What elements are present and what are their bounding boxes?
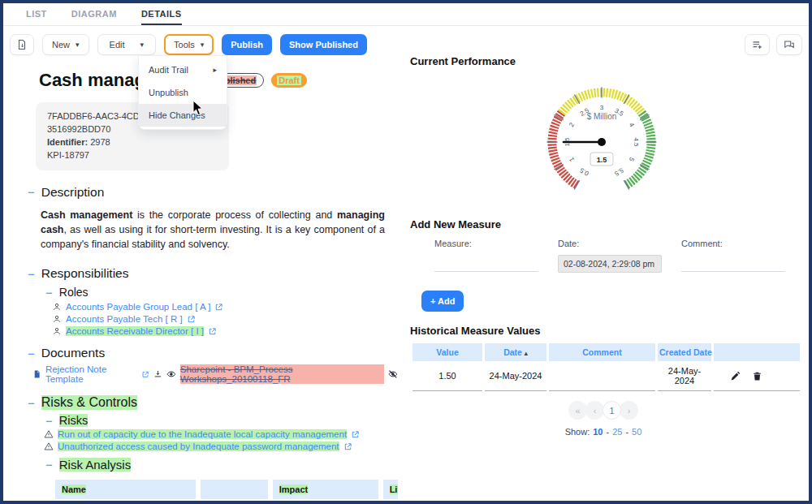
warning-icon	[44, 429, 54, 439]
role-link[interactable]: Accounts Receivable Director [ I ]	[66, 326, 204, 336]
export-document-button[interactable]	[10, 34, 34, 55]
external-link-icon[interactable]	[141, 370, 149, 379]
pagination-page-1[interactable]: 1	[603, 401, 621, 420]
pagination-first-button[interactable]: «	[568, 401, 587, 420]
date-field: Date: 02-08-2024, 2:29:08 pm	[558, 239, 662, 273]
roles-list: Accounts Payable Group Lead [ A ] Accoun…	[52, 302, 398, 336]
person-icon	[52, 326, 62, 336]
tools-dropdown-menu: Audit Trail ▸ Unpublish Hide Changes	[138, 55, 227, 130]
description-text: Cash management is the corporate process…	[41, 208, 385, 252]
tools-button[interactable]: Tools ▾	[164, 34, 214, 55]
svg-text:0.5: 0.5	[578, 166, 590, 178]
eye-off-icon[interactable]	[388, 369, 398, 379]
pagination-next-button[interactable]: ›	[620, 401, 638, 420]
section-risks: − Risks	[45, 414, 398, 427]
measure-input[interactable]	[434, 256, 538, 272]
risk-analysis-table: Name Impact Likelihood Run out of capaci…	[50, 480, 398, 504]
role-link[interactable]: Accounts Payable Tech [ R ]	[66, 314, 183, 324]
show-option-50[interactable]: 50	[632, 427, 641, 437]
section-responsibilities: − Responsibilities	[28, 266, 398, 281]
submenu-arrow-icon: ▸	[213, 66, 217, 74]
new-button[interactable]: New ▾	[42, 34, 89, 55]
col-created-date[interactable]: Created Date	[658, 343, 711, 361]
tab-details[interactable]: DETAILS	[141, 3, 182, 25]
collapse-icon[interactable]: −	[28, 186, 35, 198]
publish-button[interactable]: Publish	[222, 34, 272, 55]
details-panel: Cash management Published Draft 7FADDBF6…	[28, 70, 398, 504]
download-icon[interactable]	[153, 369, 162, 379]
status-badge-draft: Draft	[271, 73, 307, 88]
document-link-removed[interactable]: Sharepoint - BPM_Process Workshops_20100…	[180, 364, 384, 384]
file-icon	[32, 369, 41, 379]
cell-comment	[549, 361, 655, 391]
show-separator: -	[625, 427, 628, 437]
collapse-icon[interactable]: −	[28, 347, 35, 360]
col-likelihood[interactable]: Likelihood	[383, 480, 398, 499]
pagination-prev-button[interactable]: ‹	[585, 401, 604, 420]
col-actions	[714, 343, 800, 361]
external-link-icon[interactable]	[208, 327, 217, 336]
delete-trash-icon[interactable]	[752, 371, 762, 381]
person-icon	[52, 314, 62, 324]
toolbar: New ▾ Edit ▾ Tools ▾ Publish Show Publis…	[10, 32, 802, 57]
comments-button[interactable]	[776, 34, 802, 55]
performance-gauge: 0.511.522.533.544.555.5$ Million1.5	[529, 71, 803, 213]
risk-link[interactable]: Unauthorized access caused by Inadequate…	[58, 442, 339, 451]
col-value[interactable]: Value	[412, 343, 482, 361]
external-link-icon[interactable]	[187, 315, 196, 324]
add-to-list-button[interactable]	[745, 34, 770, 55]
sort-asc-icon: ▴	[525, 350, 528, 357]
new-button-label: New	[52, 40, 70, 50]
col-impact[interactable]: Impact	[273, 480, 378, 499]
show-label: Show:	[565, 427, 590, 437]
collapse-icon[interactable]: −	[45, 459, 53, 471]
external-link-icon[interactable]	[214, 303, 223, 312]
tab-list[interactable]: LIST	[26, 3, 47, 25]
role-item: Accounts Payable Tech [ R ]	[52, 314, 398, 324]
menu-item-audit-trail[interactable]: Audit Trail ▸	[139, 58, 227, 81]
edit-button-label: Edit	[110, 40, 125, 50]
show-options: Show: 10 - 25 - 50	[410, 427, 797, 437]
show-option-25[interactable]: 25	[612, 427, 622, 437]
comment-field: Comment:	[681, 239, 785, 273]
current-performance-heading: Current Performance	[410, 55, 803, 67]
chevron-down-icon: ▾	[140, 41, 145, 49]
section-heading: Responsibilities	[41, 266, 129, 281]
menu-item-hide-changes[interactable]: Hide Changes	[139, 104, 227, 127]
col-date[interactable]: Date ▴	[485, 343, 546, 361]
external-link-icon[interactable]	[351, 430, 360, 439]
svg-text:2: 2	[568, 121, 576, 128]
collapse-icon[interactable]: −	[45, 286, 53, 299]
toolbar-right	[745, 34, 802, 55]
measure-label: Measure:	[434, 239, 538, 248]
date-input[interactable]: 02-08-2024, 2:29:08 pm	[558, 255, 662, 273]
show-published-button[interactable]: Show Published	[280, 34, 367, 55]
comment-input[interactable]	[681, 256, 785, 272]
chevron-down-icon: ▾	[76, 41, 80, 49]
eye-icon[interactable]	[166, 369, 176, 379]
role-link[interactable]: Accounts Payable Group Lead [ A ]	[66, 302, 210, 312]
description-bold: Cash management	[41, 209, 132, 221]
external-link-icon[interactable]	[343, 442, 352, 451]
svg-text:5.5: 5.5	[613, 166, 625, 178]
show-option-10[interactable]: 10	[593, 427, 603, 437]
add-button[interactable]: + Add	[421, 291, 464, 312]
col-label: Name	[62, 485, 86, 494]
risk-link[interactable]: Run out of capacity due to the Inadequat…	[58, 429, 347, 439]
col-type[interactable]	[201, 480, 267, 499]
svg-text:5: 5	[627, 156, 635, 163]
cell-created: 24-May-2024	[658, 361, 711, 391]
collapse-icon[interactable]: −	[28, 397, 35, 409]
collapse-icon[interactable]: −	[45, 415, 53, 427]
edit-button[interactable]: Edit ▾	[97, 34, 157, 55]
edit-pencil-icon[interactable]	[730, 371, 741, 381]
collapse-icon[interactable]: −	[28, 268, 35, 280]
menu-item-unpublish[interactable]: Unpublish	[139, 81, 227, 104]
add-new-measure-heading: Add New Measure	[410, 218, 803, 230]
col-comment[interactable]: Comment	[549, 343, 655, 361]
col-name[interactable]: Name	[55, 480, 196, 499]
document-link[interactable]: Rejection Note Template	[45, 364, 137, 384]
section-risks-controls: − Risks & Controls	[28, 395, 398, 410]
tab-diagram[interactable]: DIAGRAM	[71, 3, 117, 25]
section-heading: Roles	[59, 286, 89, 299]
